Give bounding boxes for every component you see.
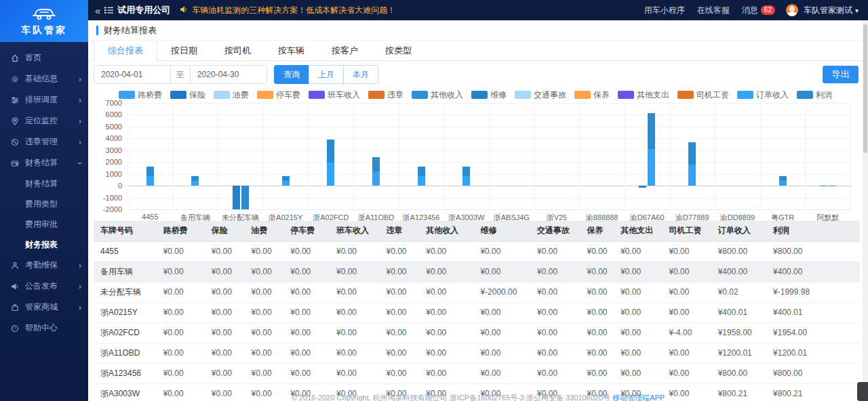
- value-cell: ¥0.00: [245, 282, 284, 302]
- export-button[interactable]: 导出: [823, 66, 859, 83]
- legend-item-保险[interactable]: 保险: [170, 89, 205, 101]
- tab-按客户[interactable]: 按客户: [318, 41, 372, 60]
- value-cell: ¥0.00: [379, 322, 419, 343]
- legend-item-订单收入[interactable]: 订单收入: [737, 89, 789, 101]
- value-cell: ¥0.00: [530, 383, 580, 401]
- legend-item-班车收入[interactable]: 班车收入: [309, 89, 360, 101]
- x-axis-label: 未分配车辆: [222, 213, 259, 223]
- tab-按车辆[interactable]: 按车辆: [264, 41, 318, 60]
- chevron-right-icon: ›: [79, 75, 81, 84]
- column-header-订单收入: 订单收入: [711, 221, 766, 241]
- column-header-油费: 油费: [245, 221, 284, 241]
- legend-item-其他收入[interactable]: 其他收入: [412, 89, 463, 101]
- scrollbar-track[interactable]: [863, 20, 868, 401]
- legend-label: 保养: [593, 89, 610, 101]
- user-avatar[interactable]: [786, 4, 798, 16]
- legend-item-交通事故[interactable]: 交通事故: [515, 89, 566, 101]
- grid-vline: [670, 103, 671, 209]
- this-month-button[interactable]: 本月: [343, 65, 378, 84]
- value-cell: ¥0.00: [379, 241, 419, 261]
- legend-item-维修[interactable]: 维修: [471, 89, 507, 101]
- bar-渝D67A60-订单收入: [648, 149, 655, 186]
- value-cell: ¥800.00: [766, 363, 860, 383]
- sidebar-item-考勤维保[interactable]: 考勤维保›: [0, 255, 88, 276]
- floating-widget[interactable]: [857, 382, 868, 401]
- legend-item-利润[interactable]: 利润: [797, 89, 832, 101]
- sidebar-subitem-费用类型[interactable]: 费用类型: [0, 194, 88, 214]
- value-cell: ¥0.00: [580, 261, 614, 282]
- sidebar-item-排班调度[interactable]: 排班调度›: [0, 89, 88, 110]
- legend-label: 其他收入: [431, 89, 463, 101]
- prev-month-button[interactable]: 上月: [309, 65, 344, 84]
- y-axis-tick: 7000: [106, 99, 122, 107]
- x-axis-label: 粤GTR: [771, 213, 794, 223]
- x-axis-label: 浙A0215Y: [269, 213, 302, 223]
- bar-4455-订单收入: [146, 176, 154, 186]
- tab-按司机[interactable]: 按司机: [211, 41, 264, 60]
- sidebar-subitem-费用审批[interactable]: 费用审批: [0, 214, 88, 234]
- bar-阿默默-维修: [820, 186, 827, 186]
- sidebar-item-管家商城[interactable]: 管家商城›: [0, 297, 88, 318]
- topnav-用车小程序[interactable]: 用车小程序: [644, 5, 685, 16]
- topbar: « 试用专用公司 车辆油耗监测的三种解决方案！低成本解决省大难问题！: [88, 0, 868, 20]
- grid-vline: [443, 103, 444, 209]
- plate-cell: 浙A123456: [94, 363, 157, 383]
- tab-按日期[interactable]: 按日期: [157, 41, 211, 60]
- mobile-app-link[interactable]: 移动管理端APP: [612, 394, 665, 401]
- sidebar-subitem-财务报表[interactable]: 财务报表: [0, 234, 88, 255]
- plate-cell: 4455: [94, 241, 157, 261]
- sidebar-item-定位监控[interactable]: 定位监控›: [0, 110, 88, 131]
- plate-cell: 浙A02FCD: [94, 322, 157, 343]
- sidebar-item-违章管理[interactable]: 违章管理›: [0, 131, 88, 152]
- announcement-text: 车辆油耗监测的三种解决方案！低成本解决省大难问题！: [192, 5, 395, 16]
- x-axis-label: 浙A3003W: [448, 213, 484, 223]
- legend-item-保养[interactable]: 保养: [574, 89, 610, 101]
- chart-plot: -2000-1000010002000300040005000600070004…: [127, 103, 850, 209]
- tab-按类型[interactable]: 按类型: [372, 41, 425, 60]
- topnav-消息[interactable]: 消息62: [742, 5, 775, 16]
- value-cell: ¥0.00: [283, 261, 330, 282]
- sidebar-subitem-财务结算[interactable]: 财务结算: [0, 173, 88, 194]
- collapse-sidebar-icon[interactable]: «: [95, 5, 100, 16]
- legend-item-油费[interactable]: 油费: [214, 89, 249, 101]
- value-cell: ¥0.00: [614, 343, 662, 363]
- scrollbar-thumb[interactable]: [863, 24, 867, 153]
- query-button[interactable]: 查询: [274, 65, 309, 84]
- value-cell: ¥0.00: [283, 322, 330, 343]
- y-axis-tick: -2000: [103, 205, 122, 213]
- menu-list-icon: [104, 6, 113, 14]
- date-from-input[interactable]: [94, 66, 170, 83]
- sidebar-item-公告发布[interactable]: 公告发布›: [0, 276, 88, 297]
- user-name: 车队管家测试: [804, 5, 852, 15]
- legend-item-司机工资[interactable]: 司机工资: [677, 89, 729, 101]
- value-cell: ¥400.01: [711, 302, 766, 322]
- value-cell: ¥0.00: [473, 322, 530, 343]
- sidebar-item-label: 首页: [25, 52, 41, 64]
- date-range-picker: 至: [94, 65, 267, 84]
- sidebar-item-财务结算[interactable]: 财务结算›: [0, 152, 88, 173]
- chevron-right-icon: ›: [79, 303, 81, 312]
- value-cell: ¥-4.00: [662, 322, 711, 343]
- sidebar-item-label: 考勤维保: [25, 259, 58, 271]
- tab-综合报表[interactable]: 综合报表: [94, 41, 157, 61]
- bar-4455-利润: [146, 167, 154, 176]
- legend-item-其他支出[interactable]: 其他支出: [618, 89, 669, 101]
- topnav-在线客服[interactable]: 在线客服: [697, 5, 730, 16]
- sidebar-item-基础信息[interactable]: 基础信息›: [0, 68, 88, 89]
- bar-未分配车辆-维修: [233, 186, 240, 209]
- value-cell: ¥0.00: [205, 383, 245, 401]
- bar-渝D77889-订单收入: [688, 165, 696, 186]
- sidebar-item-帮助中心[interactable]: ?帮助中心: [0, 318, 88, 339]
- date-to-input[interactable]: [191, 66, 267, 83]
- user-menu[interactable]: 车队管家测试▾: [804, 5, 859, 16]
- legend-item-路桥费[interactable]: 路桥费: [119, 89, 162, 101]
- value-cell: ¥0.00: [530, 322, 580, 343]
- legend-item-违章[interactable]: 违章: [368, 89, 403, 101]
- x-axis-label: 阿默默: [816, 213, 839, 223]
- bar-备用车辆-利润: [191, 176, 199, 181]
- y-axis-tick: -1000: [103, 194, 122, 202]
- value-cell: ¥0.00: [419, 261, 473, 282]
- finance-icon: [9, 159, 20, 167]
- sidebar-item-首页[interactable]: 首页: [0, 47, 88, 68]
- legend-item-停车费[interactable]: 停车费: [257, 89, 300, 101]
